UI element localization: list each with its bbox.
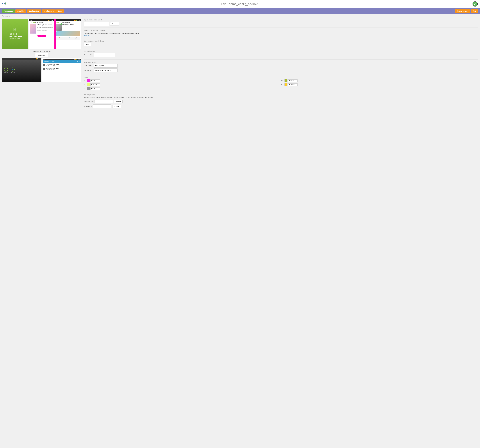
color-c3: C3 bbox=[84, 83, 281, 86]
clear-button[interactable]: Clear bbox=[84, 43, 91, 46]
exit-button[interactable]: Exit bbox=[471, 9, 478, 13]
download-ref-description: This reference Excel file contains the c… bbox=[84, 32, 478, 34]
color-c9-label: C9 bbox=[84, 88, 86, 90]
color-c1-label: C1 bbox=[84, 80, 86, 82]
download-mockup-button[interactable]: Download bbox=[35, 53, 48, 57]
color-c9-input[interactable] bbox=[90, 87, 100, 90]
phone3-prot-title: Your device is protected bbox=[62, 24, 78, 25]
color-c3-label: C3 bbox=[84, 84, 86, 85]
partner-ad-label: Partner ad link bbox=[84, 54, 94, 56]
color-c2: C2 bbox=[282, 79, 478, 82]
phone-card-1: B helios h✦✦✦ SAFE ANYWHERE Protection b… bbox=[2, 19, 28, 49]
app-icon-input[interactable] bbox=[94, 100, 113, 103]
phone-grid-top: B helios h✦✦✦ SAFE ANYWHERE Protection b… bbox=[2, 19, 81, 49]
color-c2-swatch bbox=[284, 79, 288, 82]
tab-graphics[interactable]: Graphics bbox=[15, 9, 26, 13]
phone3-header: helios h✦ SAFE ANYWHERE bbox=[56, 22, 80, 23]
phone3-chevron: › bbox=[64, 37, 64, 39]
colors-section: Colors C1 C2 C3 bbox=[84, 77, 478, 92]
phone2-icons-left: ⊕ ψ bbox=[30, 20, 32, 21]
color-c2-label: C2 bbox=[282, 80, 284, 82]
phone-card-5: ⊕ ψ ▼📶🔋 17:10 December 27, 2011 ⚙ ✕ Cust… bbox=[42, 58, 81, 82]
phone3-home-label: Home bbox=[58, 38, 61, 39]
phone3-logo: helios h✦ bbox=[56, 22, 61, 23]
phone2-status-bar: ⊕ ψ ▼📶 🔋 17:10 bbox=[29, 19, 54, 21]
color-c1: C1 bbox=[84, 79, 281, 82]
colors-title: Colors bbox=[84, 77, 478, 78]
phone2-text: Welcome to the Trial version of Customiz… bbox=[37, 24, 53, 34]
phone1-bg-letter: B bbox=[13, 27, 17, 32]
clear-title: Clear appearance tab fields bbox=[84, 40, 478, 42]
tab-order[interactable]: Order bbox=[56, 9, 64, 13]
tab-configuration[interactable]: Configuration bbox=[27, 9, 41, 13]
app-links-title: Application links bbox=[84, 50, 478, 52]
phone3-people-img bbox=[56, 31, 80, 36]
phone3-nav-antitheft: 🔒 Anti-Theft bbox=[68, 37, 71, 39]
browser-icon-row: Browser icon Browse bbox=[84, 105, 478, 108]
phone2-logo: helios h✦ bbox=[30, 22, 35, 23]
phone4-content: 📱 Safe Anyw 🌐 Safe Brow bbox=[2, 60, 41, 81]
short-name-input[interactable] bbox=[94, 64, 118, 68]
icon-upload-rows: Application icon Browse Browser icon Bro… bbox=[84, 100, 478, 108]
browser-icon-browse-button[interactable]: Browse bbox=[112, 105, 121, 108]
color-c3-swatch bbox=[87, 83, 90, 86]
color-c7: C7 bbox=[282, 83, 478, 86]
phone3-nav-bar: 🏠 Home › 🔒 Anti-Theft 🛡 Anti-Virus bbox=[56, 37, 80, 40]
app-icon-row: Application icon Browse bbox=[84, 100, 478, 103]
notif1-title: Customized long name bbox=[46, 64, 59, 65]
color-c1-swatch bbox=[87, 79, 90, 82]
color-c1-input[interactable] bbox=[90, 79, 100, 82]
phone3-nav-antivirus: 🛡 Anti-Virus bbox=[75, 37, 78, 39]
phone4-time: ▼📶🔋 17:10 bbox=[35, 58, 41, 59]
phone4-icons: ⊕ ψ bbox=[3, 58, 4, 59]
import-title: Import values from Excel bbox=[84, 19, 478, 21]
tab-appearance[interactable]: Appearance bbox=[2, 9, 15, 13]
save-changes-button[interactable]: Save changes bbox=[455, 9, 470, 13]
phone2-content: helios h✦ SAFE ANYWHERE Welcome to the T… bbox=[29, 21, 54, 40]
phone3-time: ▼📶 🔋 17:10 bbox=[73, 20, 80, 21]
phone4-app2: 🌐 Safe Brow bbox=[11, 68, 15, 73]
import-input[interactable] bbox=[84, 22, 109, 26]
phone-card-3: ⊕ ψ ▼📶 🔋 17:10 helios h✦ SAFE ANYWHERE bbox=[55, 19, 81, 49]
color-c7-input[interactable] bbox=[288, 83, 297, 86]
import-browse-button[interactable]: Browse bbox=[110, 22, 119, 25]
notif1-sub: Safe Browser · ON bbox=[46, 65, 59, 66]
app-links-section: Application links Partner ad link bbox=[84, 50, 478, 59]
long-name-input[interactable] bbox=[94, 69, 118, 72]
activate-button[interactable]: Activate bbox=[37, 35, 46, 37]
page-title: Edit - demo_config_android bbox=[221, 2, 258, 6]
browser-icon-input[interactable] bbox=[93, 105, 112, 108]
nav-tabs: Appearance Graphics Configuration Locali… bbox=[2, 9, 64, 13]
phone5-icons: ⊕ ψ bbox=[43, 59, 45, 60]
mockup-graphics-section: Mockup graphics Note: these graphics are… bbox=[84, 94, 478, 110]
color-c2-input[interactable] bbox=[288, 79, 297, 82]
short-name-label: Short name bbox=[84, 65, 94, 66]
color-c7-swatch bbox=[284, 83, 288, 86]
phone2-body: Welcome to the Trial version of Customiz… bbox=[30, 24, 53, 34]
phone2-image bbox=[30, 24, 36, 34]
app-icon-browse-button[interactable]: Browse bbox=[114, 100, 123, 103]
download-ref-section: Download reference Excel file This refer… bbox=[84, 29, 478, 38]
long-name-label: Long name bbox=[84, 69, 94, 71]
long-name-row: Long name Customized long name bbox=[84, 69, 478, 72]
color-c3-input[interactable] bbox=[90, 83, 100, 86]
phone4-app1-glyph: 📱 bbox=[5, 69, 7, 70]
phone-grid-bottom: ⊕ ψ ▼📶🔋 17:10 📱 Safe Anyw bbox=[2, 58, 81, 82]
page-number: 31 bbox=[475, 1, 478, 4]
download-ref-link[interactable]: Download bbox=[84, 35, 90, 36]
phone2-fsecure: Protection by F-Secure bbox=[30, 37, 53, 39]
partner-ad-input[interactable] bbox=[94, 53, 115, 57]
phone5-notifications: Customized long name Safe Browser · ON C… bbox=[43, 63, 81, 71]
notif2-title: Customized long name bbox=[46, 68, 59, 69]
color-c7-label: C7 bbox=[282, 84, 284, 85]
phone4-app2-icon: 🌐 bbox=[11, 68, 14, 71]
notif2-sub: Intrusion detected! bbox=[46, 69, 59, 70]
phone3-tablet-wrap bbox=[56, 24, 62, 31]
phone3-body: Your device is protected Subscription is… bbox=[56, 24, 80, 31]
tab-localizations[interactable]: Localizations bbox=[42, 9, 56, 13]
phone3-icons-left: ⊕ ψ bbox=[56, 20, 58, 21]
app-icon-label: Application icon bbox=[84, 101, 93, 102]
phone5-time: ▼📶🔋 17:10 bbox=[74, 59, 80, 60]
left-panel: B helios h✦✦✦ SAFE ANYWHERE Protection b… bbox=[2, 19, 81, 112]
download-mockup-label: Download mockup images bbox=[33, 50, 50, 52]
